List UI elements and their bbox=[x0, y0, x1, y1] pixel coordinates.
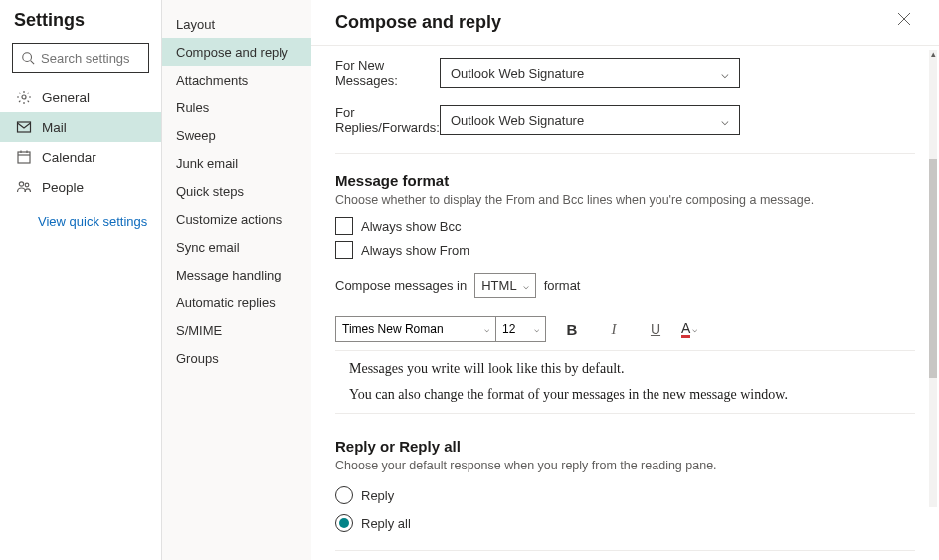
checkbox-label: Always show From bbox=[361, 243, 470, 258]
font-toolbar: Times New Roman ⌵ 12 ⌵ B I U A ⌵ bbox=[335, 316, 915, 342]
font-size-select[interactable]: 12 ⌵ bbox=[496, 316, 546, 342]
reply-all-radio[interactable] bbox=[335, 514, 353, 532]
svg-point-8 bbox=[19, 182, 23, 186]
sub-junk-email[interactable]: Junk email bbox=[162, 149, 311, 177]
divider bbox=[335, 550, 915, 551]
sub-smime[interactable]: S/MIME bbox=[162, 316, 311, 344]
calendar-icon bbox=[16, 149, 32, 165]
scrollbar-thumb[interactable] bbox=[929, 159, 937, 378]
svg-point-9 bbox=[25, 183, 29, 187]
mail-icon bbox=[16, 119, 32, 135]
new-messages-label: For New Messages: bbox=[335, 58, 440, 88]
settings-title: Settings bbox=[0, 0, 161, 43]
scroll-up-arrow[interactable]: ▴ bbox=[929, 50, 937, 58]
message-format-heading: Message format bbox=[335, 172, 915, 189]
font-color-icon: A bbox=[681, 321, 690, 338]
view-quick-settings-link[interactable]: View quick settings bbox=[0, 202, 161, 229]
select-value: 12 bbox=[502, 322, 515, 336]
close-button[interactable] bbox=[897, 12, 911, 30]
mail-settings-subnav: Layout Compose and reply Attachments Rul… bbox=[162, 0, 311, 560]
select-value: Outlook Web Signature bbox=[451, 113, 584, 128]
svg-rect-3 bbox=[18, 122, 31, 132]
radio-label: Reply all bbox=[361, 516, 411, 531]
divider bbox=[335, 153, 915, 154]
nav-label: General bbox=[42, 91, 90, 105]
nav-mail[interactable]: Mail bbox=[0, 112, 161, 142]
chevron-down-icon: ⌵ bbox=[721, 66, 729, 81]
gear-icon bbox=[16, 90, 32, 105]
sub-customize-actions[interactable]: Customize actions bbox=[162, 205, 311, 233]
replies-forwards-signature-select[interactable]: Outlook Web Signature ⌵ bbox=[440, 105, 740, 135]
search-settings-wrap[interactable] bbox=[12, 43, 149, 73]
radio-label: Reply bbox=[361, 488, 394, 503]
compose-prefix: Compose messages in bbox=[335, 279, 467, 293]
svg-rect-4 bbox=[18, 152, 30, 163]
nav-general[interactable]: General bbox=[0, 83, 161, 112]
select-value: HTML bbox=[481, 279, 516, 293]
sub-layout[interactable]: Layout bbox=[162, 10, 311, 38]
sub-rules[interactable]: Rules bbox=[162, 93, 311, 121]
chevron-down-icon: ⌵ bbox=[721, 113, 729, 128]
sub-sync-email[interactable]: Sync email bbox=[162, 233, 311, 261]
message-preview: Messages you write will look like this b… bbox=[335, 350, 915, 414]
compose-suffix: format bbox=[544, 279, 581, 293]
reply-radio[interactable] bbox=[335, 486, 353, 504]
svg-line-1 bbox=[31, 61, 35, 65]
close-icon bbox=[897, 12, 911, 26]
always-show-bcc-checkbox[interactable] bbox=[335, 217, 353, 235]
nav-label: Mail bbox=[42, 120, 67, 135]
sub-sweep[interactable]: Sweep bbox=[162, 121, 311, 149]
compose-format-select[interactable]: HTML ⌵ bbox=[474, 273, 535, 298]
nav-label: Calendar bbox=[42, 150, 96, 165]
sub-quick-steps[interactable]: Quick steps bbox=[162, 177, 311, 205]
font-family-select[interactable]: Times New Roman ⌵ bbox=[335, 316, 496, 342]
chevron-down-icon: ⌵ bbox=[534, 324, 539, 334]
settings-sidebar: Settings General Mail Calendar People Vi… bbox=[0, 0, 162, 560]
sub-message-handling[interactable]: Message handling bbox=[162, 261, 311, 288]
underline-button[interactable]: U bbox=[640, 316, 671, 342]
sub-attachments[interactable]: Attachments bbox=[162, 66, 311, 93]
reply-sub: Choose your default response when you re… bbox=[335, 459, 915, 472]
page-title: Compose and reply bbox=[335, 12, 501, 33]
replies-forwards-label: For Replies/Forwards: bbox=[335, 105, 440, 135]
always-show-from-checkbox[interactable] bbox=[335, 241, 353, 259]
reply-heading: Reply or Reply all bbox=[335, 438, 915, 455]
sub-compose-reply[interactable]: Compose and reply bbox=[162, 38, 311, 66]
sub-groups[interactable]: Groups bbox=[162, 344, 311, 372]
nav-label: People bbox=[42, 180, 84, 195]
svg-point-0 bbox=[23, 53, 32, 62]
select-value: Outlook Web Signature bbox=[451, 66, 584, 81]
nav-calendar[interactable]: Calendar bbox=[0, 142, 161, 172]
italic-button[interactable]: I bbox=[598, 316, 630, 342]
bold-button[interactable]: B bbox=[556, 316, 588, 342]
checkbox-label: Always show Bcc bbox=[361, 219, 461, 234]
chevron-down-icon: ⌵ bbox=[484, 324, 489, 334]
search-icon bbox=[21, 51, 35, 65]
message-format-sub: Choose whether to display the From and B… bbox=[335, 193, 915, 207]
chevron-down-icon: ⌵ bbox=[692, 324, 697, 334]
font-color-button[interactable]: A ⌵ bbox=[681, 321, 697, 338]
content-body: For New Messages: Outlook Web Signature … bbox=[311, 46, 939, 560]
people-icon bbox=[16, 179, 32, 195]
search-input[interactable] bbox=[41, 51, 140, 66]
settings-content: Compose and reply For New Messages: Outl… bbox=[311, 0, 939, 560]
select-value: Times New Roman bbox=[342, 322, 444, 336]
new-messages-signature-select[interactable]: Outlook Web Signature ⌵ bbox=[440, 58, 740, 88]
svg-point-2 bbox=[22, 95, 26, 99]
sub-automatic-replies[interactable]: Automatic replies bbox=[162, 288, 311, 316]
preview-line: Messages you write will look like this b… bbox=[349, 361, 901, 377]
nav-people[interactable]: People bbox=[0, 172, 161, 202]
preview-line: You can also change the format of your m… bbox=[349, 387, 901, 403]
chevron-down-icon: ⌵ bbox=[523, 280, 529, 291]
content-header: Compose and reply bbox=[311, 0, 939, 46]
